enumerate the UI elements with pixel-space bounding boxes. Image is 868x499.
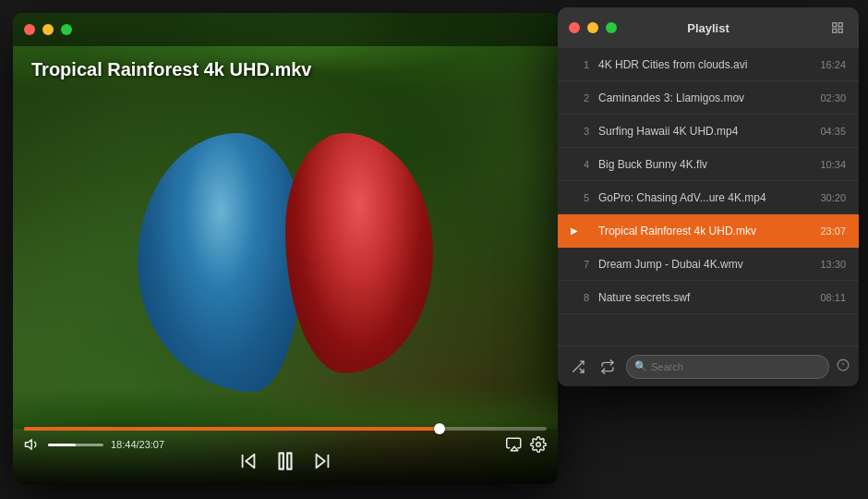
svg-rect-10 <box>838 23 842 27</box>
svg-rect-3 <box>280 453 283 469</box>
playlist-titlebar: Playlist <box>558 7 859 48</box>
playlist-item-8[interactable]: 8 Nature secrets.swf 08:11 <box>558 281 859 314</box>
item-number: 3 <box>571 126 589 137</box>
playlist-window: Playlist 1 4K HDR Cities from clouds.avi… <box>558 7 859 386</box>
item-duration: 23:07 <box>820 225 846 237</box>
settings-button[interactable] <box>530 436 547 453</box>
player-controls: 18:44/23:07 <box>13 420 558 484</box>
video-title: Tropical Rainforest 4k UHD.mkv <box>31 59 311 80</box>
progress-bar[interactable] <box>24 427 547 431</box>
svg-marker-1 <box>246 455 254 469</box>
item-name: Big Buck Bunny 4K.flv <box>598 158 813 171</box>
next-button[interactable] <box>312 451 332 471</box>
item-name: Tropical Rainforest 4k UHD.mkv <box>598 225 813 237</box>
controls-center <box>238 449 332 473</box>
item-duration: 16:24 <box>820 59 846 70</box>
playlist-expand-button[interactable] <box>827 18 848 38</box>
item-duration: 02:30 <box>820 92 846 103</box>
close-button[interactable] <box>24 24 35 35</box>
fullscreen-button[interactable] <box>61 24 72 35</box>
svg-marker-7 <box>511 446 518 451</box>
playlist-footer: 🔍 <box>558 346 859 386</box>
item-name: Surfing Hawaii 4K UHD.mp4 <box>598 125 813 138</box>
controls-left: 18:44/23:07 <box>24 436 164 453</box>
playlist-item-2[interactable]: 2 Caminandes 3: Llamigos.mov 02:30 <box>558 81 859 115</box>
item-number: 4 <box>571 159 589 170</box>
volume-button[interactable] <box>24 436 41 453</box>
item-name: GoPro: Chasing AdV...ure 4K.mp4 <box>598 191 813 204</box>
search-icon: 🔍 <box>634 360 647 372</box>
play-icon: ▶ <box>571 225 589 236</box>
controls-row: 18:44/23:07 <box>24 436 547 453</box>
progress-fill <box>24 427 442 431</box>
volume-fill <box>48 444 76 446</box>
svg-point-8 <box>536 443 541 447</box>
playlist-close-button[interactable] <box>569 22 580 33</box>
parrot-blue <box>138 133 304 392</box>
time-display: 18:44/23:07 <box>111 439 164 450</box>
item-number: 7 <box>571 259 589 270</box>
playlist-item-6[interactable]: ▶ Tropical Rainforest 4k UHD.mkv 23:07 <box>558 214 859 248</box>
playlist-item-4[interactable]: 4 Big Buck Bunny 4K.flv 10:34 <box>558 148 859 181</box>
item-number: 1 <box>571 59 589 70</box>
svg-rect-4 <box>287 453 291 469</box>
player-window: Tropical Rainforest 4k UHD.mkv 18:44/23:… <box>13 13 558 484</box>
foliage-bottom <box>13 355 558 429</box>
svg-rect-9 <box>833 23 837 27</box>
item-number: 8 <box>571 292 589 303</box>
item-duration: 04:35 <box>820 126 846 137</box>
pause-button[interactable] <box>273 449 297 473</box>
player-titlebar <box>13 13 558 46</box>
search-options-button[interactable] <box>837 359 850 374</box>
controls-right <box>506 436 547 453</box>
search-box[interactable]: 🔍 <box>626 355 829 379</box>
playlist-minimize-button[interactable] <box>587 22 598 33</box>
parrot-red <box>285 133 433 373</box>
svg-rect-11 <box>833 29 837 32</box>
prev-button[interactable] <box>238 451 259 471</box>
item-number: 2 <box>571 92 589 103</box>
playlist-items: 1 4K HDR Cities from clouds.avi 16:24 2 … <box>558 48 859 346</box>
item-number: 5 <box>571 192 589 203</box>
playlist-fullscreen-button[interactable] <box>606 22 617 33</box>
svg-marker-5 <box>317 455 325 469</box>
playlist-traffic-lights <box>569 22 617 33</box>
playlist-item-5[interactable]: 5 GoPro: Chasing AdV...ure 4K.mp4 30:20 <box>558 181 859 214</box>
volume-slider[interactable] <box>48 444 103 446</box>
repeat-button[interactable] <box>597 356 619 378</box>
item-name: Caminandes 3: Llamigos.mov <box>598 91 813 104</box>
search-input[interactable] <box>651 361 821 372</box>
playlist-item-3[interactable]: 3 Surfing Hawaii 4K UHD.mp4 04:35 <box>558 115 859 148</box>
item-duration: 13:30 <box>820 259 846 270</box>
shuffle-button[interactable] <box>567 356 589 378</box>
item-duration: 30:20 <box>820 192 846 203</box>
item-duration: 08:11 <box>820 292 846 303</box>
progress-thumb <box>434 423 445 434</box>
svg-marker-0 <box>26 440 32 450</box>
item-name: Nature secrets.swf <box>598 291 813 304</box>
svg-rect-12 <box>838 29 842 32</box>
item-name: Dream Jump - Dubai 4K.wmv <box>598 258 813 271</box>
item-name: 4K HDR Cities from clouds.avi <box>598 58 813 71</box>
item-duration: 10:34 <box>820 159 846 170</box>
airplay-button[interactable] <box>506 436 523 453</box>
playlist-item-7[interactable]: 7 Dream Jump - Dubai 4K.wmv 13:30 <box>558 248 859 281</box>
minimize-button[interactable] <box>42 24 54 35</box>
playlist-item-1[interactable]: 1 4K HDR Cities from clouds.avi 16:24 <box>558 48 859 81</box>
playlist-title: Playlist <box>687 21 729 35</box>
